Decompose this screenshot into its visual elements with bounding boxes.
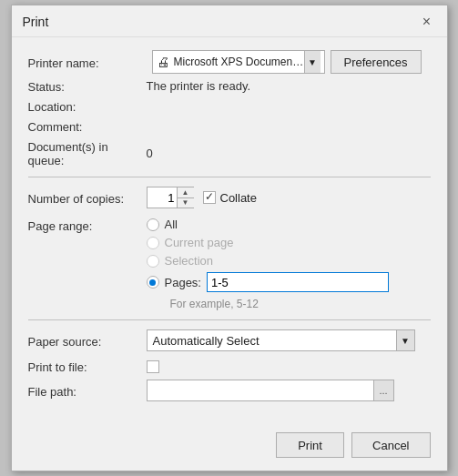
cancel-button[interactable]: Cancel — [351, 432, 430, 458]
copies-input[interactable]: 1 — [148, 187, 177, 208]
radio-current-label: Current page — [165, 236, 234, 249]
collate-label: Collate — [220, 191, 257, 205]
printer-name-label: Printer name: — [28, 55, 147, 70]
docs-queue-row: Document(s) in queue: 0 — [28, 138, 431, 167]
file-path-label: File path: — [28, 383, 147, 399]
docs-queue-label: Document(s) in queue: — [28, 138, 147, 167]
status-label: Status: — [28, 78, 147, 94]
preferences-button[interactable]: Preferences — [331, 50, 422, 74]
radio-pages[interactable] — [147, 276, 159, 289]
radio-pages-row: Pages: 1-5 — [147, 272, 389, 292]
paper-source-row: Paper source: Automatically Select ▼ — [28, 329, 431, 351]
radio-all-row: All — [147, 218, 389, 231]
spin-up-button[interactable]: ▲ — [178, 187, 194, 198]
copies-label: Number of copies: — [28, 190, 147, 206]
printer-icon: 🖨 — [157, 55, 169, 69]
printer-dropdown-arrow[interactable]: ▼ — [304, 51, 321, 73]
location-row: Location: — [28, 98, 431, 114]
file-path-input: ... — [147, 380, 394, 401]
collate-check[interactable]: Collate — [203, 191, 257, 205]
print-button[interactable]: Print — [276, 432, 344, 458]
radio-pages-label: Pages: — [165, 276, 201, 289]
print-to-file-checkbox[interactable] — [147, 360, 159, 373]
printer-name-row: Printer name: 🖨 Microsoft XPS Document W… — [28, 50, 431, 74]
radio-current-row: Current page — [147, 236, 389, 249]
paper-source-arrow[interactable]: ▼ — [396, 330, 414, 350]
dialog-body: Printer name: 🖨 Microsoft XPS Document W… — [12, 37, 447, 425]
spinbox-arrows: ▲ ▼ — [177, 187, 194, 208]
spin-down-button[interactable]: ▼ — [178, 198, 194, 208]
radio-all-label: All — [165, 218, 178, 231]
radio-selection[interactable] — [147, 255, 159, 268]
separator-1 — [28, 177, 431, 177]
collate-checkbox[interactable] — [203, 191, 216, 204]
pages-input[interactable]: 1-5 — [207, 272, 389, 292]
page-range-section: Page range: All Current page Selection — [28, 218, 431, 310]
printer-name-text: Microsoft XPS Document Wr... — [174, 56, 304, 68]
radio-selection-row: Selection — [147, 254, 389, 268]
file-path-browse-button[interactable]: ... — [373, 380, 393, 400]
print-dialog: Print × Printer name: 🖨 Microsoft XPS Do… — [11, 5, 448, 471]
status-row: Status: The printer is ready. — [28, 78, 431, 94]
title-bar: Print × — [12, 5, 447, 37]
radio-group: All Current page Selection Pages: 1-5 — [147, 218, 389, 310]
pages-hint-row: For example, 5-12 — [165, 297, 389, 310]
separator-2 — [28, 319, 431, 320]
printer-dropdown[interactable]: 🖨 Microsoft XPS Document Wr... ▼ — [152, 50, 325, 74]
status-value: The printer is ready. — [147, 79, 251, 93]
copies-row: Number of copies: 1 ▲ ▼ Collate — [28, 187, 431, 208]
file-path-row: File path: ... — [28, 380, 431, 401]
comment-label: Comment: — [28, 118, 147, 134]
pages-hint: For example, 5-12 — [170, 298, 259, 310]
location-label: Location: — [28, 98, 147, 114]
copies-spinbox[interactable]: 1 ▲ ▼ — [147, 187, 194, 208]
comment-row: Comment: — [28, 118, 431, 134]
radio-all[interactable] — [147, 218, 159, 231]
paper-source-label: Paper source: — [28, 333, 147, 349]
dialog-footer: Print Cancel — [12, 425, 447, 471]
print-to-file-row: Print to file: — [28, 359, 431, 374]
paper-source-text: Automatically Select — [148, 334, 396, 348]
printer-dropdown-inner: 🖨 Microsoft XPS Document Wr... — [157, 55, 304, 69]
docs-queue-value: 0 — [147, 147, 153, 160]
page-range-label: Page range: — [28, 218, 147, 310]
close-button[interactable]: × — [418, 13, 436, 31]
radio-selection-label: Selection — [165, 254, 213, 268]
print-to-file-label: Print to file: — [28, 359, 147, 374]
paper-source-dropdown[interactable]: Automatically Select ▼ — [147, 329, 415, 351]
radio-current[interactable] — [147, 237, 159, 249]
dialog-title: Print — [23, 15, 49, 29]
